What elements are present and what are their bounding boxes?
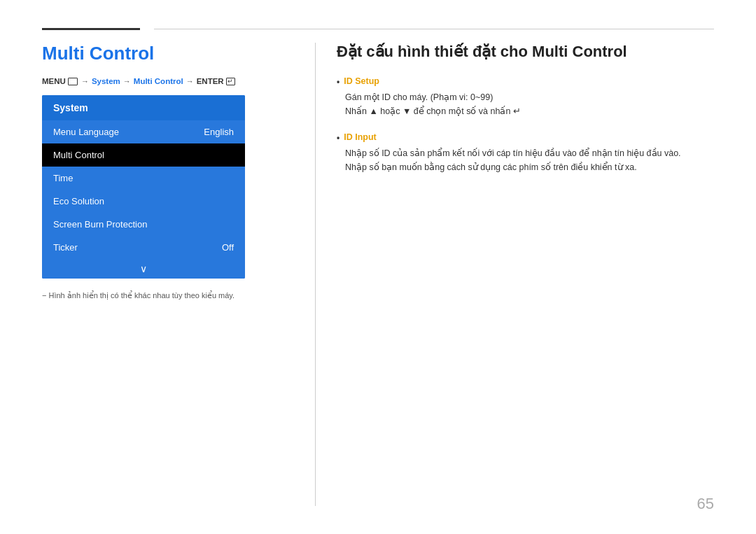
- menu-item-label: Time: [53, 173, 73, 183]
- system-panel: System Menu Language English Multi Contr…: [42, 95, 245, 279]
- id-setup-line-2: Nhấn ▲ hoặc ▼ để chọn một số và nhấn ↵: [345, 104, 714, 118]
- id-setup-title: ID Setup: [344, 76, 379, 86]
- id-setup-line-1: Gán một ID cho máy. (Phạm vi: 0~99): [345, 90, 714, 104]
- path-multi-control: Multi Control: [134, 77, 183, 85]
- id-input-line-2: Nhập số bạn muốn bằng cách sử dụng các p…: [345, 160, 714, 174]
- arrow-1: →: [81, 77, 89, 85]
- menu-path: MENU → System → Multi Control → ENTER: [42, 77, 287, 85]
- section-title: Đặt cấu hình thiết đặt cho Multi Control: [337, 43, 714, 61]
- menu-item-eco-solution[interactable]: Eco Solution: [42, 190, 245, 213]
- menu-item-screen-burn-protection[interactable]: Screen Burn Protection: [42, 213, 245, 236]
- main-content: Multi Control MENU → System → Multi Cont…: [42, 43, 714, 506]
- system-menu-items: Menu Language English Multi Control Time…: [42, 120, 245, 279]
- menu-item-value-ticker: Off: [222, 242, 234, 253]
- menu-chevron[interactable]: ∨: [42, 259, 245, 279]
- menu-item-menu-language[interactable]: Menu Language English: [42, 120, 245, 143]
- page-title: Multi Control: [42, 43, 287, 64]
- page-container: Multi Control MENU → System → Multi Cont…: [0, 0, 756, 534]
- bullet-1: •: [337, 77, 340, 87]
- menu-item-label: Menu Language: [53, 127, 119, 137]
- arrow-3: →: [186, 77, 194, 85]
- menu-icon: [68, 78, 78, 85]
- right-column: Đặt cấu hình thiết đặt cho Multi Control…: [323, 43, 714, 506]
- menu-item-label: Eco Solution: [53, 196, 104, 206]
- menu-item-multi-control[interactable]: Multi Control: [42, 143, 245, 167]
- top-lines: [42, 28, 714, 30]
- top-line-dark: [42, 28, 140, 30]
- menu-item-time[interactable]: Time: [42, 167, 245, 190]
- id-input-line-1: Nhập số ID của sản phẩm kết nối với cáp …: [345, 146, 714, 160]
- top-line-light: [154, 29, 714, 29]
- menu-item-label: Ticker: [53, 242, 78, 253]
- path-enter: ENTER: [197, 77, 224, 85]
- menu-item-value: English: [204, 127, 234, 137]
- id-input-body: Nhập số ID của sản phẩm kết nối với cáp …: [345, 146, 714, 174]
- path-system: System: [92, 77, 120, 85]
- arrow-2: →: [123, 77, 131, 85]
- subsection-title-id-input: • ID Input: [337, 132, 714, 143]
- id-input-title: ID Input: [344, 132, 377, 142]
- left-column: Multi Control MENU → System → Multi Cont…: [42, 43, 308, 506]
- subsection-id-setup: • ID Setup Gán một ID cho máy. (Phạm vi:…: [337, 76, 714, 118]
- enter-icon: [226, 78, 235, 85]
- vertical-divider: [315, 43, 316, 506]
- menu-item-label: Screen Burn Protection: [53, 219, 147, 230]
- page-number: 65: [697, 495, 714, 513]
- subsection-title-id-setup: • ID Setup: [337, 76, 714, 87]
- menu-item-label: Multi Control: [53, 150, 104, 160]
- footer-note: Hình ảnh hiển thị có thể khác nhau tùy t…: [42, 291, 287, 300]
- menu-label: MENU: [42, 77, 66, 85]
- bullet-2: •: [337, 133, 340, 143]
- id-setup-body: Gán một ID cho máy. (Phạm vi: 0~99) Nhấn…: [345, 90, 714, 118]
- menu-item-ticker[interactable]: Ticker Off: [42, 236, 245, 259]
- system-panel-header: System: [42, 95, 245, 120]
- subsection-id-input: • ID Input Nhập số ID của sản phẩm kết n…: [337, 132, 714, 174]
